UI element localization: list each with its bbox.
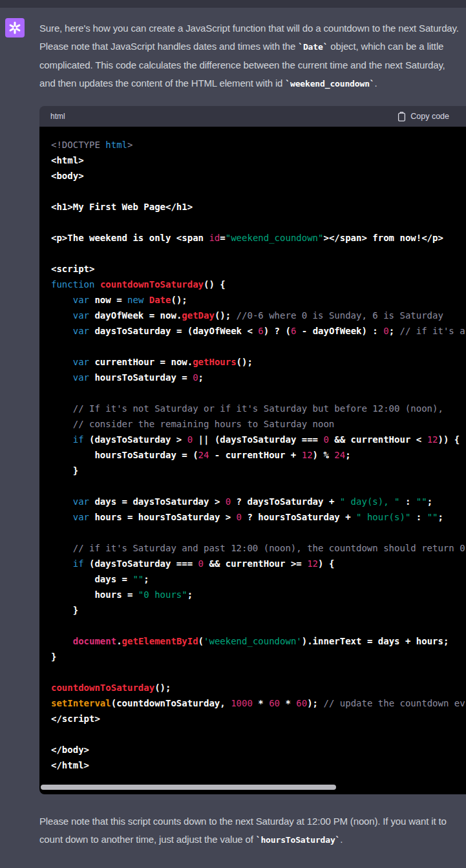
footer-paragraph: Please note that this script counts down…: [39, 812, 460, 849]
code-line: // if it's Saturday and past 12:00 (noon…: [51, 540, 466, 556]
code-line: [51, 525, 466, 540]
code-line: <html>: [51, 153, 466, 168]
scrollbar-thumb[interactable]: [41, 785, 336, 790]
openai-logo-icon: [8, 21, 22, 35]
code-line: var hoursToSaturday = 0;: [51, 370, 466, 385]
code-line: <!DOCTYPE html>: [51, 137, 466, 153]
code-line: hours = "0 hours";: [51, 587, 466, 602]
code-line: document.getElementById('weekend_coundow…: [51, 633, 466, 649]
inline-code: `hoursToSaturday`: [256, 835, 341, 845]
code-line: [51, 664, 466, 680]
code-line: </body>: [51, 742, 466, 757]
code-line: [51, 618, 466, 633]
code-line: var daysToSaturday = (dayOfWeek < 6) ? (…: [51, 323, 466, 339]
code-line: [51, 478, 466, 494]
code-line: <p>The weekend is only <span id="weekend…: [51, 230, 466, 246]
code-line: [51, 726, 466, 742]
inline-code: `weekend_coundown`: [285, 79, 374, 89]
code-line: var dayOfWeek = now.getDay(); //0-6 wher…: [51, 308, 466, 323]
horizontal-scrollbar[interactable]: [39, 785, 466, 790]
copy-code-label: Copy code: [410, 112, 449, 121]
code-block-header: html Copy code: [39, 106, 466, 127]
code-block: html Copy code <!DOCTYPE html><html><bod…: [39, 106, 466, 794]
code-line: [51, 246, 466, 261]
code-line: var currentHour = now.getHours();: [51, 354, 466, 370]
code-line: setInterval(countdownToSaturday, 1000 * …: [51, 695, 466, 711]
code-content: <!DOCTYPE html><html><body> <h1>My First…: [51, 137, 466, 773]
code-line: var hours = hoursToSaturday > 0 ? hoursT…: [51, 509, 466, 525]
code-line: if (daysToSaturday === 0 && currentHour …: [51, 556, 466, 571]
code-line: }: [51, 602, 466, 618]
code-line: var days = daysToSaturday > 0 ? daysToSa…: [51, 494, 466, 509]
code-area: <!DOCTYPE html><html><body> <h1>My First…: [39, 127, 466, 794]
code-line: var now = new Date();: [51, 292, 466, 308]
code-line: }: [51, 463, 466, 478]
intro-paragraph: Sure, here's how you can create a JavaSc…: [39, 19, 460, 93]
code-line: <script>: [51, 261, 466, 277]
code-line: [51, 215, 466, 230]
code-line: [51, 339, 466, 354]
paragraph-text: .: [340, 834, 343, 845]
assistant-avatar: [5, 18, 25, 37]
code-line: <body>: [51, 168, 466, 184]
paragraph-text: Please note that this script counts down…: [39, 816, 447, 845]
code-line: if (daysToSaturday > 0 || (daysToSaturda…: [51, 432, 466, 447]
code-line: // consider the remaining hours to Satur…: [51, 416, 466, 432]
assistant-message: Sure, here's how you can create a JavaSc…: [0, 8, 466, 849]
code-line: }: [51, 649, 466, 664]
previous-message-edge: [0, 0, 466, 8]
code-line: // If it's not Saturday or if it's Satur…: [51, 401, 466, 416]
paragraph-text: .: [375, 78, 377, 89]
code-line: countdownToSaturday();: [51, 680, 466, 695]
code-language-label: html: [50, 112, 65, 121]
code-line: </html>: [51, 757, 466, 773]
code-line: [51, 385, 466, 401]
code-line: [51, 184, 466, 199]
inline-code: `Date`: [298, 42, 328, 52]
code-line: </script>: [51, 711, 466, 726]
code-line: days = "";: [51, 571, 466, 587]
code-line: function countdownToSaturday() {: [51, 277, 466, 292]
code-line: hoursToSaturday = (24 - currentHour + 12…: [51, 447, 466, 463]
code-line: <h1>My First Web Page</h1>: [51, 199, 466, 215]
clipboard-icon: [397, 112, 406, 122]
copy-code-button[interactable]: Copy code: [397, 112, 449, 122]
